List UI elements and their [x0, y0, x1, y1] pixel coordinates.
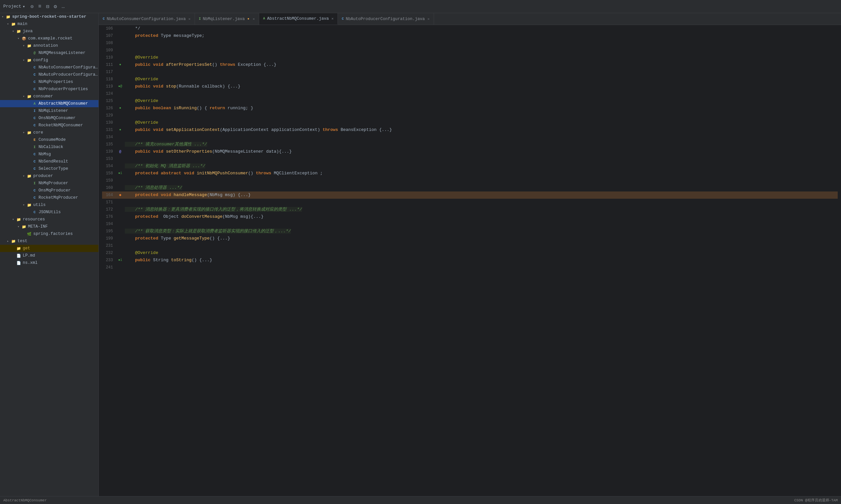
code-line-195: 195 /** 获取消息类型：实际上就是获取消费者监听器实现的接口传入的泛型，.… [102, 228, 838, 235]
split-icon[interactable]: ⊟ [46, 3, 49, 10]
code-line-106: 106 */ [102, 25, 838, 32]
code-line-159: 159 [102, 177, 838, 184]
list-icon[interactable]: ≡ [38, 4, 41, 10]
sidebar-item-abstractnbmqconsumer[interactable]: A AbstractNbMQConsumer [0, 100, 99, 107]
code-line-164: 164 ◆ protected void handleMessage(NbMsg… [102, 192, 838, 199]
tab2-modified-dot: ● [247, 17, 249, 21]
tab3-close[interactable]: ✕ [331, 16, 333, 21]
code-line-160: 160 /** 消息处理器 ...*/ [102, 184, 838, 192]
code-line-139: 139 @ public void setOtherProperties(NbM… [102, 148, 838, 155]
more-icon[interactable]: … [62, 4, 65, 10]
code-line-172: 172 /** 消息转换器：更具消费者实现的接口传入的泛型，将消息转换成对应的类… [102, 206, 838, 213]
code-line-107: 107 protected Type messageType; [102, 32, 838, 39]
code-editor[interactable]: 106 */ 107 protected Type messageType; 1… [99, 25, 841, 496]
code-line-199: 199 protected Type getMessageType() {...… [102, 235, 838, 242]
status-left: AbstractNbMQConsumer [3, 499, 47, 502]
code-line-125: 125 @Override [102, 97, 838, 105]
tab2-close[interactable]: ✕ [253, 17, 255, 21]
project-menu[interactable]: Project ▾ [3, 4, 25, 9]
code-line-231: 231 [102, 242, 838, 249]
tab3-label: AbstractNbMQConsumer.java [267, 16, 329, 21]
project-label: Project [3, 4, 21, 9]
project-sidebar[interactable]: ▾ 📁 spring-boot-rocket-ons-starter ▾ 📁 m… [0, 13, 99, 496]
code-line-154: 154 /** 初始化 MQ 消息监听器 ...*/ [102, 163, 838, 170]
code-line-176: 176 protected Object doConvertMessage(Nb… [102, 213, 838, 220]
sidebar-item-test-dir[interactable]: ▸ 📁 test [0, 237, 99, 245]
tab-nbautoconsumerconfiguration[interactable]: C NbAutoConsumerConfiguration.java ✕ [99, 13, 195, 25]
sidebar-root[interactable]: ▾ 📁 spring-boot-rocket-ons-starter [0, 13, 99, 20]
project-dropdown-arrow: ▾ [23, 4, 25, 9]
editor-tabs: C NbAutoConsumerConfiguration.java ✕ I N… [99, 13, 841, 25]
bottom-status-bar: AbstractNbMQConsumer CSDN @程序员劝退师-TAM [0, 496, 841, 504]
code-line-232: 232 @Override [102, 249, 838, 257]
tab4-close[interactable]: ✕ [427, 17, 430, 21]
tab-nbmqlistener[interactable]: I NbMqListener.java ● ✕ [195, 13, 259, 25]
code-line-118: 118 @Override [102, 76, 838, 83]
sidebar-item-core-dir[interactable]: ▾ 📁 core [0, 129, 99, 136]
sidebar-item-rocketnbmqconsumer[interactable]: C RocketNbMQConsumer [0, 122, 99, 129]
sidebar-item-consumer-dir[interactable]: ▾ 📁 consumer [0, 93, 99, 100]
sidebar-item-spring-factories[interactable]: 🌿 spring.factories [0, 230, 99, 237]
sidebar-item-package[interactable]: ▾ 📦 com.example.rocket [0, 35, 99, 42]
sidebar-item-rocketmqproducer[interactable]: C RocketMqProducer [0, 194, 99, 201]
sidebar-item-producer-dir[interactable]: ▾ 📁 producer [0, 173, 99, 180]
sidebar-item-nbmqproperties[interactable]: C NbMqProperties [0, 78, 99, 86]
sidebar-item-nbsendresult[interactable]: C NbSendResult [0, 158, 99, 165]
sidebar-item-nbmsg[interactable]: C NbMsg [0, 151, 99, 158]
sidebar-item-nbmqlistener[interactable]: I NbMqListener [0, 107, 99, 114]
sidebar-item-nbmqmessagelistener[interactable]: @ NbMQMessageListener [0, 49, 99, 57]
code-line-134: 134 [102, 133, 838, 141]
sidebar-item-utils-dir[interactable]: ▾ 📁 utils [0, 201, 99, 209]
tab4-icon: C [342, 17, 344, 21]
code-line-124: 124 [102, 90, 838, 97]
code-line-158: 158 ●i protected abstract void initNbMQP… [102, 170, 838, 177]
code-line-111: 111 ● public void afterPropertiesSet() t… [102, 61, 838, 68]
sidebar-item-nsxml[interactable]: 📄 ns.xml [0, 259, 99, 267]
sidebar-item-meta-inf[interactable]: ▾ 📁 META-INF [0, 223, 99, 230]
sidebar-item-jsonutils[interactable]: C JSONUtils [0, 209, 99, 216]
sidebar-item-onsmqproducer[interactable]: C OnsMqProducer [0, 187, 99, 194]
sidebar-item-nbautoproducerconfiguration[interactable]: C NbAutoProducerConfiguration [0, 71, 99, 78]
code-line-108: 108 [102, 39, 838, 47]
tab4-label: NbAutoProducerConfiguration.java [346, 17, 425, 21]
tab1-close[interactable]: ✕ [188, 17, 191, 21]
navigate-icon[interactable]: ⊙ [30, 3, 34, 10]
code-content[interactable]: 106 */ 107 protected Type messageType; 1… [99, 25, 841, 496]
tab-abstractnbmqconsumer[interactable]: A AbstractNbMQConsumer.java ✕ [259, 13, 338, 25]
code-line-241: 241 [102, 264, 838, 271]
sidebar-item-nbmqproducer[interactable]: I NbMqProducer [0, 180, 99, 187]
tab-nbautoproducerconfiguration[interactable]: C NbAutoProducerConfiguration.java ✕ [338, 13, 434, 25]
sidebar-item-nbcallback[interactable]: I NbCallback [0, 143, 99, 151]
sidebar-item-resources-dir[interactable]: ▾ 📁 resources [0, 216, 99, 223]
sidebar-item-onsnbmqconsumer[interactable]: C OnsNbMQConsumer [0, 114, 99, 122]
main-layout: ▾ 📁 spring-boot-rocket-ons-starter ▾ 📁 m… [0, 13, 841, 496]
code-line-135: 135 /** 填充consumer其他属性 ...*/ [102, 141, 838, 148]
tab2-icon: I [199, 17, 201, 21]
sidebar-item-nbautoconsumerconfiguration[interactable]: C NbAutoConsumerConfiguration [0, 64, 99, 71]
sidebar-item-main[interactable]: ▾ 📁 main [0, 20, 99, 28]
sidebar-item-java[interactable]: ▾ 📁 java [0, 28, 99, 35]
code-line-119: 119 ●@ public void stop(Runnable callbac… [102, 83, 838, 90]
code-line-126: 126 ● public boolean isRunning() { retur… [102, 105, 838, 112]
sidebar-item-get[interactable]: 📁 get [0, 245, 99, 252]
sidebar-item-consumemode[interactable]: E ConsumeMode [0, 136, 99, 143]
sidebar-item-selectortype[interactable]: C SelectorType [0, 165, 99, 173]
toolbar-icons: ⊙ ≡ ⊟ ⚙ … [30, 3, 65, 10]
sidebar-item-config-dir[interactable]: ▾ 📁 config [0, 57, 99, 64]
code-line-171: 171 [102, 199, 838, 206]
top-toolbar: Project ▾ ⊙ ≡ ⊟ ⚙ … [0, 0, 841, 13]
code-line-131: 131 ● public void setApplicationContext(… [102, 126, 838, 133]
code-line-129: 129 [102, 112, 838, 119]
code-line-153: 153 [102, 155, 838, 163]
code-line-233: 233 ●i public String toString() {...} [102, 257, 838, 264]
code-line-117: 117 [102, 68, 838, 76]
settings-icon[interactable]: ⚙ [54, 3, 57, 10]
code-line-130: 130 @Override [102, 119, 838, 126]
sidebar-item-lpmd[interactable]: 📄 LP.md [0, 252, 99, 259]
code-line-110: 110 @Override [102, 54, 838, 61]
tab1-icon: C [103, 17, 105, 21]
tab1-label: NbAutoConsumerConfiguration.java [107, 17, 186, 21]
sidebar-item-nbproducerproperties[interactable]: C NbProducerProperties [0, 86, 99, 93]
code-line-194: 194 [102, 220, 838, 228]
sidebar-item-annotation-dir[interactable]: ▾ 📁 annotation [0, 42, 99, 49]
